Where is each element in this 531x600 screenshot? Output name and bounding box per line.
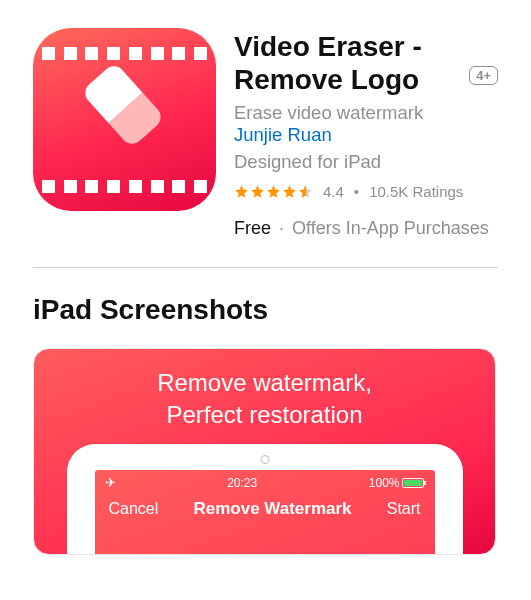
app-title: Video Eraser - Remove Logo xyxy=(234,30,461,96)
airplane-icon: ✈ xyxy=(105,475,116,490)
screenshot-1[interactable]: Remove watermark, Perfect restoration ✈ … xyxy=(33,348,496,555)
ipad-mockup: ✈ 20:23 100% Cancel Remove Watermark Sta… xyxy=(67,444,463,555)
divider xyxy=(33,267,498,268)
status-time: 20:23 xyxy=(227,476,257,490)
price-label: Free xyxy=(234,218,271,238)
rating-row[interactable]: 4.4 • 10.5K Ratings xyxy=(234,183,498,200)
star-rating xyxy=(234,184,313,199)
app-subtitle: Erase video watermark xyxy=(234,102,498,124)
ipad-home-indicator xyxy=(260,455,269,464)
age-rating-badge: 4+ xyxy=(469,66,498,85)
price-row: Free · Offers In-App Purchases xyxy=(234,218,498,239)
battery-percent: 100% xyxy=(369,476,400,490)
eraser-icon xyxy=(80,61,165,148)
cancel-button: Cancel xyxy=(109,500,159,518)
nav-title: Remove Watermark xyxy=(193,499,351,519)
nav-bar: Cancel Remove Watermark Start xyxy=(95,493,435,525)
app-header: Video Eraser - Remove Logo 4+ Erase vide… xyxy=(33,28,498,239)
app-icon xyxy=(33,28,216,211)
promo-line-2: Perfect restoration xyxy=(34,399,495,431)
promo-line-1: Remove watermark, xyxy=(34,367,495,399)
rating-value: 4.4 xyxy=(323,183,344,200)
status-bar: ✈ 20:23 100% xyxy=(95,470,435,493)
rating-separator: • xyxy=(354,183,359,200)
designed-for-label: Designed for iPad xyxy=(234,151,498,173)
battery-icon xyxy=(402,478,424,488)
iap-label: Offers In-App Purchases xyxy=(292,218,489,238)
separator: · xyxy=(279,218,284,238)
screenshots-scroller[interactable]: Remove watermark, Perfect restoration ✈ … xyxy=(33,348,498,555)
developer-link[interactable]: Junjie Ruan xyxy=(234,124,332,145)
promo-text: Remove watermark, Perfect restoration xyxy=(34,349,495,432)
start-button: Start xyxy=(387,500,421,518)
screenshots-section-title: iPad Screenshots xyxy=(33,294,498,326)
app-info: Video Eraser - Remove Logo 4+ Erase vide… xyxy=(234,28,498,239)
rating-count: 10.5K Ratings xyxy=(369,183,463,200)
